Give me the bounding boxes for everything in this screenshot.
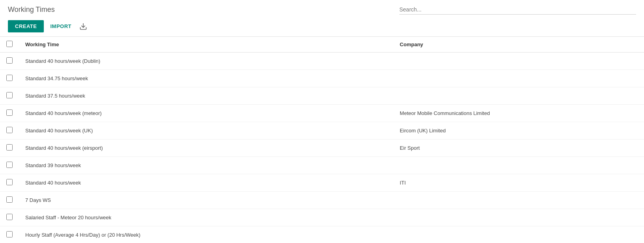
row-checkbox-cell[interactable] [0, 53, 19, 70]
working-times-table: Working Time Company Standard 40 hours/w… [0, 37, 644, 243]
table-row[interactable]: Standard 40 hours/week (UK)Eircom (UK) L… [0, 122, 644, 139]
row-checkbox-cell[interactable] [0, 174, 19, 192]
table-row[interactable]: Hourly Staff (Average 4 Hrs/Day) or (20 … [0, 226, 644, 243]
row-checkbox[interactable] [6, 109, 13, 116]
top-bar: Working Times [0, 0, 644, 18]
table-body: Standard 40 hours/week (Dublin)Standard … [0, 53, 644, 243]
table-row[interactable]: Salaried Staff - Meteor 20 hours/week [0, 209, 644, 226]
row-checkbox-cell[interactable] [0, 70, 19, 87]
row-checkbox[interactable] [6, 162, 13, 168]
row-checkbox[interactable] [6, 57, 13, 64]
import-button[interactable]: IMPORT [49, 20, 73, 32]
row-company [393, 87, 644, 105]
select-all-header[interactable] [0, 37, 19, 53]
row-working-time: Standard 39 hours/week [19, 157, 393, 174]
row-checkbox[interactable] [6, 144, 13, 151]
row-checkbox-cell[interactable] [0, 226, 19, 243]
table-header-row: Working Time Company [0, 37, 644, 53]
download-button[interactable] [78, 21, 89, 32]
toolbar: CREATE IMPORT [0, 18, 644, 36]
row-company [393, 157, 644, 174]
row-checkbox[interactable] [6, 196, 13, 203]
row-working-time: Standard 34.75 hours/week [19, 70, 393, 87]
row-checkbox-cell[interactable] [0, 105, 19, 122]
row-working-time: Standard 40 hours/week (UK) [19, 122, 393, 139]
row-checkbox[interactable] [6, 127, 13, 133]
row-company [393, 226, 644, 243]
row-company [393, 192, 644, 209]
table-container: Working Time Company Standard 40 hours/w… [0, 37, 644, 243]
row-working-time: Salaried Staff - Meteor 20 hours/week [19, 209, 393, 226]
row-working-time: Standard 37.5 hours/week [19, 87, 393, 105]
table-row[interactable]: Standard 40 hours/weekITI [0, 174, 644, 192]
search-input[interactable] [399, 5, 636, 15]
download-icon [79, 23, 87, 30]
row-working-time: Hourly Staff (Average 4 Hrs/Day) or (20 … [19, 226, 393, 243]
select-all-checkbox[interactable] [6, 41, 13, 47]
table-row[interactable]: Standard 40 hours/week (Dublin) [0, 53, 644, 70]
create-button[interactable]: CREATE [8, 20, 44, 32]
row-checkbox[interactable] [6, 75, 13, 81]
row-checkbox-cell[interactable] [0, 87, 19, 105]
table-row[interactable]: Standard 40 hours/week (eirsport)Eir Spo… [0, 139, 644, 157]
table-row[interactable]: Standard 37.5 hours/week [0, 87, 644, 105]
row-working-time: Standard 40 hours/week (eirsport) [19, 139, 393, 157]
row-working-time: Standard 40 hours/week [19, 174, 393, 192]
row-company [393, 209, 644, 226]
row-checkbox[interactable] [6, 231, 13, 237]
row-working-time: Standard 40 hours/week (meteor) [19, 105, 393, 122]
row-checkbox[interactable] [6, 92, 13, 98]
row-company [393, 53, 644, 70]
row-checkbox-cell[interactable] [0, 139, 19, 157]
table-row[interactable]: Standard 40 hours/week (meteor)Meteor Mo… [0, 105, 644, 122]
row-checkbox-cell[interactable] [0, 122, 19, 139]
row-checkbox[interactable] [6, 214, 13, 220]
col-header-working-time: Working Time [19, 37, 393, 53]
row-checkbox-cell[interactable] [0, 192, 19, 209]
table-row[interactable]: Standard 39 hours/week [0, 157, 644, 174]
table-row[interactable]: 7 Days WS [0, 192, 644, 209]
row-working-time: 7 Days WS [19, 192, 393, 209]
row-company [393, 70, 644, 87]
row-checkbox-cell[interactable] [0, 209, 19, 226]
col-header-company: Company [393, 37, 644, 53]
row-working-time: Standard 40 hours/week (Dublin) [19, 53, 393, 70]
page-title: Working Times [8, 6, 55, 14]
row-company: Meteor Mobile Communications Limited [393, 105, 644, 122]
row-checkbox[interactable] [6, 179, 13, 185]
row-company: Eir Sport [393, 139, 644, 157]
row-company: Eircom (UK) Limited [393, 122, 644, 139]
table-row[interactable]: Standard 34.75 hours/week [0, 70, 644, 87]
row-company: ITI [393, 174, 644, 192]
row-checkbox-cell[interactable] [0, 157, 19, 174]
